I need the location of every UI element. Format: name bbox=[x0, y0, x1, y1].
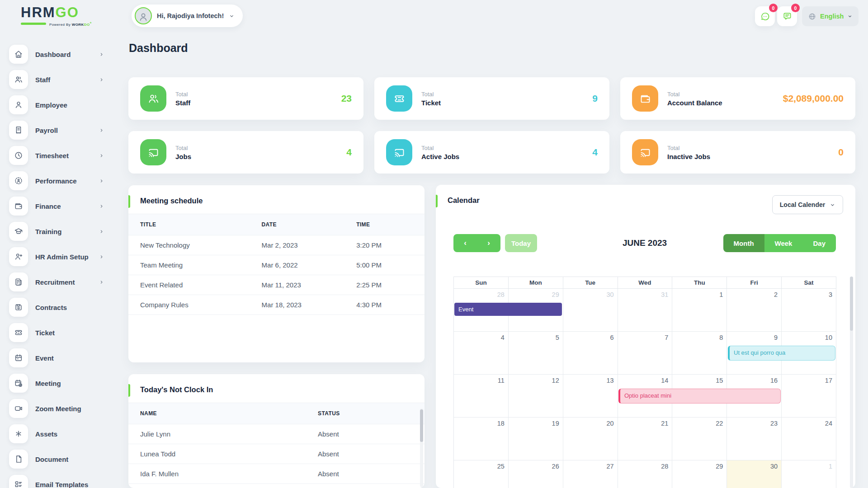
chevron-right-icon bbox=[99, 280, 104, 285]
sidebar-item-performance[interactable]: Performance bbox=[0, 168, 117, 193]
sidebar-item-staff[interactable]: Staff bbox=[0, 67, 117, 92]
calendar-day-header: Wed bbox=[618, 277, 673, 289]
calendar-day-cell[interactable]: 23 bbox=[727, 418, 782, 460]
sidebar-item-training[interactable]: Training bbox=[0, 219, 117, 244]
calendar-day-cell[interactable]: 3 bbox=[782, 289, 836, 332]
target-icon bbox=[9, 171, 28, 190]
chevron-right-icon bbox=[99, 254, 104, 259]
stats-grid: Total Staff 23 Total Ticket 9 Total Acco… bbox=[128, 77, 855, 174]
sidebar-item-label: Ticket bbox=[35, 329, 55, 337]
table-row: Ida F. MullenAbsent bbox=[128, 464, 425, 484]
calendar-day-cell[interactable]: 29 bbox=[672, 460, 727, 488]
cast-icon bbox=[386, 139, 412, 165]
calendar-day-cell[interactable]: 7 bbox=[618, 332, 673, 375]
accent-bar bbox=[436, 195, 438, 207]
stat-value: 23 bbox=[341, 93, 352, 104]
sidebar-item-assets[interactable]: Assets bbox=[0, 421, 117, 446]
calendar-day-cell[interactable]: 12 bbox=[509, 375, 563, 418]
stat-value: $2,089,000.00 bbox=[783, 93, 844, 104]
calendar-day-cell[interactable]: 18 bbox=[454, 418, 509, 460]
sidebar-item-event[interactable]: Event bbox=[0, 345, 117, 371]
sidebar-item-meeting[interactable]: Meeting bbox=[0, 371, 117, 396]
calendar-day-cell[interactable]: 11 bbox=[454, 375, 509, 418]
calendar-source-select[interactable]: Local Calender bbox=[772, 195, 843, 214]
sidebar-item-timesheet[interactable]: Timesheet bbox=[0, 143, 117, 168]
sidebar-item-recruitment[interactable]: Recruitment bbox=[0, 269, 117, 295]
calendar-day-cell[interactable]: 26 bbox=[509, 460, 563, 488]
sidebar-item-contracts[interactable]: Contracts bbox=[0, 295, 117, 320]
language-select[interactable]: English bbox=[802, 6, 859, 26]
chevron-right-icon bbox=[99, 153, 104, 158]
calendar-day-cell[interactable]: 17 bbox=[782, 375, 836, 418]
calendar-day-cell[interactable]: 1 bbox=[782, 460, 836, 488]
calendar-day-cell[interactable]: 5 bbox=[509, 332, 563, 375]
calendar-day-cell[interactable]: 22 bbox=[672, 418, 727, 460]
table-row: Event RelatedMar 11, 20232:25 PM bbox=[128, 275, 425, 295]
sidebar-item-employee[interactable]: Employee bbox=[0, 92, 117, 117]
calendar-day-cell[interactable]: 20 bbox=[563, 418, 618, 460]
user-menu[interactable]: Hi, Rajodiya Infotech! bbox=[132, 5, 243, 27]
table-cell: 3:20 PM bbox=[344, 235, 425, 255]
calendar-day-cell[interactable]: 8 bbox=[672, 332, 727, 375]
scrollbar-thumb[interactable] bbox=[850, 277, 853, 331]
chevron-right-icon bbox=[99, 128, 104, 133]
calendar-day-button[interactable]: Day bbox=[802, 234, 836, 252]
calendar-day-cell[interactable]: 21 bbox=[618, 418, 673, 460]
mail-list-icon bbox=[9, 475, 28, 488]
stat-prefix: Total bbox=[421, 145, 459, 151]
stat-value: 4 bbox=[592, 147, 598, 158]
page-title: Dashboard bbox=[129, 42, 188, 55]
calendar-day-cell[interactable]: 13 bbox=[563, 375, 618, 418]
sidebar-item-payroll[interactable]: Payroll bbox=[0, 117, 117, 143]
column-header: DATE bbox=[250, 214, 345, 235]
greeting-text: Hi, Rajodiya Infotech! bbox=[157, 12, 224, 19]
stat-name: Jobs bbox=[175, 153, 191, 160]
calendar-day-cell[interactable]: 30 bbox=[727, 460, 782, 488]
table-cell: Event Related bbox=[128, 275, 250, 295]
calendar-week-button[interactable]: Week bbox=[764, 234, 803, 252]
sidebar-item-zoom-meeting[interactable]: Zoom Meeting bbox=[0, 396, 117, 421]
calendar-day-cell[interactable]: 6 bbox=[563, 332, 618, 375]
calendar-day-cell[interactable]: 28 bbox=[618, 460, 673, 488]
calendar-day-cell[interactable]: 25 bbox=[454, 460, 509, 488]
app-logo[interactable]: HRMGO Powered By WORKDO+ bbox=[21, 5, 92, 27]
table-cell: 5:00 PM bbox=[344, 255, 425, 275]
sidebar-item-ticket[interactable]: Ticket bbox=[0, 320, 117, 345]
sidebar-item-email-templates[interactable]: Email Templates bbox=[0, 472, 117, 488]
scrollbar[interactable] bbox=[420, 408, 423, 487]
sidebar-item-dashboard[interactable]: Dashboard bbox=[0, 42, 117, 67]
sidebar-item-document[interactable]: Document bbox=[0, 446, 117, 472]
scrollbar-thumb[interactable] bbox=[420, 409, 423, 442]
page: HRMGO Powered By WORKDO+ Dashboard Staff… bbox=[0, 0, 868, 488]
table-cell: Mar 11, 2023 bbox=[250, 275, 345, 295]
calendar-day-cell[interactable]: 24 bbox=[782, 418, 836, 460]
users-icon bbox=[140, 85, 166, 112]
table-row: Julie LynnAbsent bbox=[128, 424, 425, 444]
stat-card-staff: Total Staff 23 bbox=[128, 77, 363, 120]
chevron-right-icon bbox=[99, 77, 104, 82]
calendar-day-cell[interactable]: 1 bbox=[672, 289, 727, 332]
chevron-down-icon bbox=[229, 13, 235, 19]
calendar-day-cell[interactable]: 31 bbox=[618, 289, 673, 332]
chevron-right-icon bbox=[99, 178, 104, 183]
not-clock-in-table: NAME STATUS Julie LynnAbsentLunea ToddAb… bbox=[128, 403, 425, 484]
messages-button[interactable]: 0 bbox=[777, 6, 797, 26]
save-icon bbox=[9, 298, 28, 317]
calendar-day-cell[interactable]: 4 bbox=[454, 332, 509, 375]
sidebar-item-finance[interactable]: Finance bbox=[0, 193, 117, 219]
accent-bar bbox=[128, 195, 130, 208]
calendar-scrollbar[interactable] bbox=[850, 277, 853, 488]
calendar-day-cell[interactable]: 19 bbox=[509, 418, 563, 460]
user-icon bbox=[9, 95, 28, 114]
calendar-day-cell[interactable]: 2 bbox=[727, 289, 782, 332]
calendar-day-cell[interactable]: 30 bbox=[563, 289, 618, 332]
sidebar-nav: Dashboard Staff Employee Payroll Timeshe… bbox=[0, 42, 117, 488]
calendar-event[interactable]: Event bbox=[454, 303, 562, 316]
calendar-event[interactable]: Ut est qui porro qua bbox=[728, 346, 835, 361]
calendar-month-button[interactable]: Month bbox=[723, 234, 764, 252]
video-icon bbox=[9, 399, 28, 418]
calendar-event[interactable]: Optio placeat mini bbox=[618, 389, 781, 404]
chat-button[interactable]: 0 bbox=[755, 6, 775, 26]
sidebar-item-hr-admin-setup[interactable]: HR Admin Setup bbox=[0, 244, 117, 269]
calendar-day-cell[interactable]: 27 bbox=[563, 460, 618, 488]
